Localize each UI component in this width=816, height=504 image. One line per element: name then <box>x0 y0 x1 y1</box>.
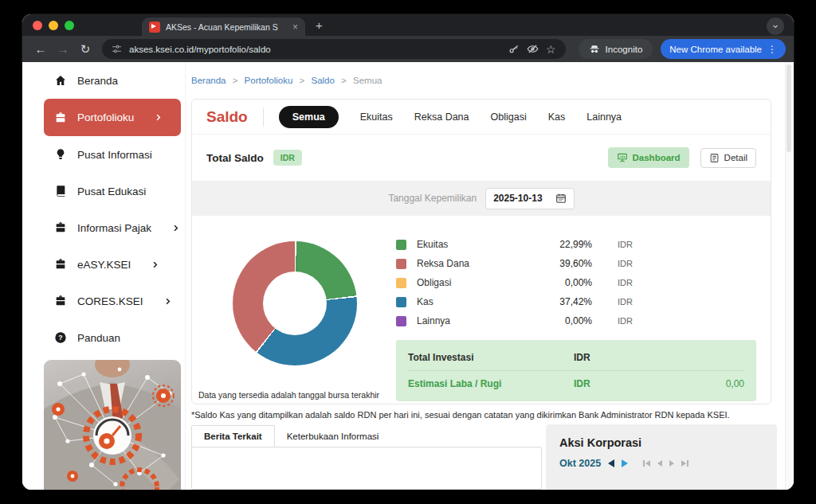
svg-text:?: ? <box>58 334 62 342</box>
legend-currency: IDR <box>592 316 664 326</box>
laba-rugi-label: Estimasi Laba / Rugi <box>408 378 574 389</box>
tab-search-button[interactable] <box>767 18 784 35</box>
minimize-window-button[interactable] <box>49 21 58 30</box>
sidebar-item-pusat-edukasi[interactable]: Pusat Edukasi <box>44 173 181 209</box>
calendar-icon[interactable] <box>555 193 567 204</box>
tab-ekuitas[interactable]: Ekuitas <box>360 111 393 123</box>
detail-button[interactable]: Detail <box>700 148 756 168</box>
breadcrumb-link-saldo[interactable]: Saldo <box>311 76 334 85</box>
donut-wrap <box>205 216 385 401</box>
url-text[interactable]: akses.ksei.co.id/myportofolio/saldo <box>129 45 501 54</box>
breadcrumb-current: Semua <box>353 76 382 85</box>
incognito-label: Incognito <box>606 45 643 54</box>
menu-dots-icon[interactable]: ⋮ <box>767 44 777 55</box>
tab-close-icon[interactable]: × <box>292 22 298 32</box>
list-icon <box>709 153 720 163</box>
page-scrollbar[interactable] <box>785 62 792 490</box>
maximize-window-button[interactable] <box>65 21 74 30</box>
last-page-button[interactable] <box>681 460 688 467</box>
prev-month-button[interactable] <box>608 459 614 467</box>
first-page-button[interactable] <box>643 460 650 467</box>
bookmark-star-icon[interactable]: ☆ <box>546 43 556 56</box>
legend-currency: IDR <box>592 297 664 307</box>
browser-tab[interactable]: AKSes - Acuan Kepemilikan S × <box>142 18 305 36</box>
sidebar-item-informasi-pajak[interactable]: Informasi Pajak <box>44 209 181 246</box>
incognito-icon <box>589 44 600 55</box>
sidebar-item-beranda[interactable]: Beranda <box>44 62 181 99</box>
legend-row: Lainnya 0,00% IDR <box>396 311 756 330</box>
tab-semua[interactable]: Semua <box>279 106 339 128</box>
aksi-korporasi-panel: Aksi Korporasi Okt 2025 <box>546 424 777 490</box>
chevron-down-icon <box>771 21 780 31</box>
ksei-favicon <box>149 21 160 33</box>
aksi-month-row: Okt 2025 <box>559 458 763 469</box>
sidebar-item-label: eASY.KSEI <box>77 259 131 271</box>
breadcrumb-separator: > <box>296 76 309 85</box>
legend-label: Lainnya <box>417 315 536 326</box>
rdn-disclaimer: *Saldo Kas yang ditampilkan adalah saldo… <box>191 410 730 420</box>
saldo-card-header: Saldo Semua Ekuitas Reksa Dana Obligasi … <box>192 100 771 135</box>
chrome-update-button[interactable]: New Chrome available ⋮ <box>661 39 786 59</box>
password-key-icon[interactable] <box>508 44 520 55</box>
sidebar-item-label: Panduan <box>77 332 120 344</box>
traffic-lights <box>33 21 74 30</box>
detail-button-label: Detail <box>724 153 747 162</box>
legend-swatch-obligasi <box>396 278 406 288</box>
book-icon <box>54 185 67 197</box>
sidebar-item-label: Pusat Edukasi <box>77 186 146 197</box>
legend-row: Reksa Dana 39,60% IDR <box>396 254 756 273</box>
sidebar-item-panduan[interactable]: ? Panduan <box>44 319 181 356</box>
tab-keterbukaan-informasi[interactable]: Keterbukaan Informasi <box>275 426 391 447</box>
site-settings-icon[interactable] <box>112 44 122 54</box>
sidebar-item-label: Pusat Informasi <box>77 149 152 161</box>
back-button[interactable]: ← <box>30 43 51 55</box>
page-title: Saldo <box>206 108 248 126</box>
sidebar-item-cores-ksei[interactable]: CORES.KSEI <box>44 283 181 319</box>
dashboard-button[interactable]: Dashboard <box>608 147 689 168</box>
chevron-right-icon <box>163 297 172 306</box>
new-tab-button[interactable]: + <box>316 18 323 32</box>
next-month-button[interactable] <box>622 459 628 467</box>
address-bar[interactable]: akses.ksei.co.id/myportofolio/saldo ☆ <box>102 39 566 59</box>
chevron-right-icon <box>154 113 163 122</box>
tab-berita-terkait[interactable]: Berita Terkait <box>191 425 275 447</box>
tab-title: AKSes - Acuan Kepemilikan S <box>166 22 287 32</box>
legend-currency: IDR <box>592 278 664 287</box>
legend-swatch-kas <box>396 297 406 307</box>
breadcrumb-link-portofolioku[interactable]: Portofolioku <box>245 76 293 85</box>
prev-page-button[interactable] <box>657 460 662 467</box>
breadcrumb-link-beranda[interactable]: Beranda <box>191 76 226 85</box>
next-page-button[interactable] <box>669 460 674 467</box>
total-saldo-label: Total Saldo <box>206 152 264 164</box>
date-value[interactable]: 2025-10-13 <box>493 193 542 204</box>
briefcase-icon <box>54 221 67 234</box>
tab-reksa-dana[interactable]: Reksa Dana <box>414 111 469 123</box>
close-window-button[interactable] <box>33 21 42 30</box>
tab-lainnya[interactable]: Lainnya <box>586 111 622 123</box>
saldo-tabs: Semua Ekuitas Reksa Dana Obligasi Kas La… <box>279 106 622 128</box>
forward-button[interactable]: → <box>53 43 73 55</box>
sidebar-nav: Beranda Portofolioku Pusat Informasi Pus… <box>22 62 186 490</box>
chart-section: Ekuitas 22,99% IDR Reksa Dana 39,60% IDR… <box>192 216 771 401</box>
tab-obligasi[interactable]: Obligasi <box>491 111 527 123</box>
date-input[interactable]: 2025-10-13 <box>485 188 574 209</box>
sidebar-item-pusat-informasi[interactable]: Pusat Informasi <box>44 136 181 173</box>
sidebar-item-label: CORES.KSEI <box>77 295 143 307</box>
total-investasi-currency: IDR <box>574 352 590 363</box>
reload-button[interactable]: ↻ <box>75 43 96 55</box>
date-label: Tanggal Kepemilikan <box>388 193 477 204</box>
sidebar-item-portofolioku[interactable]: Portofolioku <box>44 99 181 136</box>
total-saldo-row: Total Saldo IDR Dashboard Detail <box>192 135 771 181</box>
sidebar-promo-image[interactable] <box>44 360 181 490</box>
divider <box>263 107 264 127</box>
legend-percent: 37,42% <box>536 296 592 307</box>
news-tabs: Berita Terkait Keterbukaan Informasi <box>191 425 542 447</box>
briefcase-icon <box>54 111 67 124</box>
tab-kas[interactable]: Kas <box>548 111 566 123</box>
laba-rugi-row: Estimasi Laba / Rugi IDR 0,00 <box>408 373 744 394</box>
scrollbar-thumb[interactable] <box>787 64 791 152</box>
legend-currency: IDR <box>592 259 664 268</box>
eye-off-icon[interactable] <box>527 43 539 55</box>
legend-swatch-ekuitas <box>396 240 406 250</box>
sidebar-item-easy-ksei[interactable]: eASY.KSEI <box>44 246 181 283</box>
